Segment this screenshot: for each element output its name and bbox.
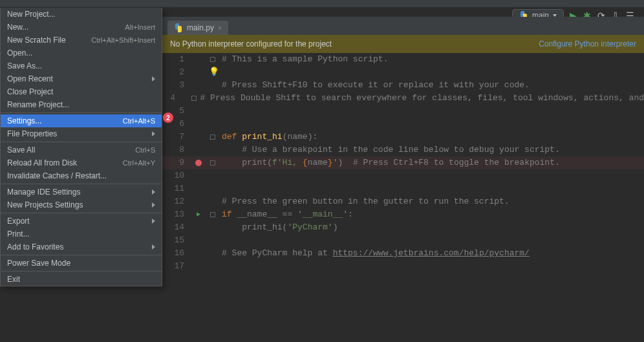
file-menu: New Project...New...Alt+InsertNew Scratc… (0, 8, 162, 286)
run-gutter-icon[interactable]: ▶ (191, 208, 206, 221)
source-text[interactable]: def print_hi(name): (222, 131, 317, 144)
fold-icon[interactable] (210, 160, 215, 166)
line-number[interactable]: 15 (162, 234, 191, 247)
breakpoint-icon[interactable] (195, 160, 202, 166)
menu-item-open-recent[interactable]: Open Recent (1, 72, 162, 85)
line-number[interactable]: 3 (162, 79, 191, 92)
source-text[interactable]: print_hi('PyCharm') (222, 221, 338, 234)
menu-item-new[interactable]: New...Alt+Insert (1, 21, 162, 34)
menu-item-open[interactable]: Open... (1, 47, 162, 59)
chevron-right-icon (152, 189, 155, 195)
code-line: 15 (162, 234, 644, 247)
menu-separator (1, 184, 162, 184)
menu-item-invalidate-caches-restart[interactable]: Invalidate Caches / Restart... (1, 169, 162, 182)
warning-text: No Python interpreter configured for the… (170, 39, 332, 48)
fold-icon[interactable] (191, 96, 197, 101)
fold-gutter[interactable] (191, 96, 200, 101)
fold-icon[interactable] (210, 57, 215, 62)
code-line: 4# Press Double Shift to search everywhe… (162, 92, 644, 105)
code-line: 11 (162, 182, 644, 195)
source-text[interactable]: # See PyCharm help at https://www.jetbra… (222, 247, 530, 260)
line-number[interactable]: 12 (162, 195, 191, 208)
line-number[interactable]: 17 (162, 260, 191, 273)
code-line: 5 (162, 105, 644, 118)
menu-separator (1, 255, 162, 255)
code-line: 2💡 (162, 66, 644, 79)
editor-tabs: main.py × (162, 17, 644, 35)
menu-item-close-project[interactable]: Close Project (1, 85, 162, 98)
line-number[interactable]: 13 (162, 208, 191, 221)
menu-item-save-as[interactable]: Save As... (1, 59, 162, 72)
menu-separator (1, 112, 162, 113)
line-number[interactable]: 14 (162, 221, 191, 234)
line-number[interactable]: 7 (162, 131, 191, 144)
menu-item-export[interactable]: Export (1, 215, 162, 228)
fold-gutter[interactable] (206, 57, 222, 62)
source-text[interactable]: # Press Double Shift to search everywher… (200, 92, 644, 105)
menu-item-label: New Project... (7, 10, 56, 19)
menu-item-exit[interactable]: Exit (1, 273, 162, 286)
menu-item-manage-ide-settings[interactable]: Manage IDE Settings (1, 186, 162, 198)
interpreter-warning: No Python interpreter configured for the… (162, 35, 644, 53)
code-line: 7def print_hi(name): (162, 131, 644, 144)
menu-item-shortcut: Ctrl+Alt+Shift+Insert (91, 36, 155, 44)
line-number[interactable]: 2 (162, 66, 191, 79)
menu-item-settings[interactable]: Settings...Ctrl+Alt+S (1, 114, 162, 127)
fold-icon[interactable] (210, 212, 215, 217)
menu-item-add-to-favorites[interactable]: Add to Favorites (1, 240, 162, 253)
close-icon[interactable]: × (218, 25, 222, 32)
menu-item-save-all[interactable]: Save AllCtrl+S (1, 144, 162, 156)
menu-item-reload-all-from-disk[interactable]: Reload All from DiskCtrl+Alt+Y (1, 156, 162, 169)
code-line: 1# This is a sample Python script. (162, 53, 644, 66)
menu-item-label: Open Recent (7, 74, 53, 83)
line-number[interactable]: 9 (162, 156, 191, 169)
tab-main-py[interactable]: main.py × (167, 21, 228, 35)
menu-item-label: Rename Project... (7, 100, 69, 109)
menu-item-label: Save As... (7, 61, 42, 70)
menu-item-file-properties[interactable]: File Properties (1, 127, 162, 140)
fold-gutter[interactable] (206, 134, 222, 140)
menu-item-label: Exit (7, 275, 20, 284)
menu-item-new-project[interactable]: New Project... (1, 8, 162, 21)
menu-item-label: Save All (7, 145, 35, 155)
chevron-right-icon (152, 131, 155, 136)
menu-item-print[interactable]: Print... (1, 228, 162, 240)
menu-item-label: Print... (7, 230, 30, 239)
editor-area: main.py × No Python interpreter configur… (162, 17, 644, 342)
source-text[interactable]: # Press the green button in the gutter t… (222, 195, 510, 208)
menu-item-new-scratch-file[interactable]: New Scratch FileCtrl+Alt+Shift+Insert (1, 34, 162, 47)
source-text[interactable]: # Use a breakpoint in the code line belo… (222, 144, 560, 156)
menu-item-new-projects-settings[interactable]: New Projects Settings (1, 198, 162, 211)
menu-item-label: Add to Favorites (7, 242, 63, 251)
fold-gutter[interactable] (206, 212, 222, 217)
line-number[interactable]: 11 (162, 182, 191, 195)
line-number[interactable]: 1 (162, 53, 191, 66)
configure-interpreter-link[interactable]: Configure Python interpreter (539, 39, 636, 48)
line-number[interactable]: 16 (162, 247, 191, 260)
menu-item-power-save-mode[interactable]: Power Save Mode (1, 257, 162, 270)
line-number[interactable]: 4 (162, 92, 182, 105)
menu-item-label: Settings... (7, 116, 41, 125)
breakpoint-gutter[interactable] (191, 160, 206, 166)
line-number[interactable]: 8 (162, 144, 191, 156)
source-text[interactable]: # This is a sample Python script. (222, 53, 388, 66)
chevron-right-icon (152, 76, 155, 81)
fold-gutter[interactable]: 💡 (206, 66, 222, 79)
intention-bulb-icon[interactable]: 💡 (209, 66, 219, 79)
menu-item-label: Manage IDE Settings (7, 187, 80, 197)
menu-item-label: Invalidate Caches / Restart... (7, 171, 107, 180)
fold-icon[interactable] (210, 134, 215, 140)
fold-gutter[interactable] (206, 160, 222, 166)
code-editor[interactable]: 1# This is a sample Python script.2💡3# P… (162, 53, 644, 342)
source-text[interactable]: if __name__ == '__main__': (222, 208, 353, 221)
python-icon (174, 23, 183, 32)
code-line: 13▶if __name__ == '__main__': (162, 208, 644, 221)
menu-item-label: Close Project (7, 87, 53, 96)
source-text[interactable]: print(f'Hi, {name}') # Press Ctrl+F8 to … (222, 156, 560, 169)
code-line: 9 print(f'Hi, {name}') # Press Ctrl+F8 t… (162, 156, 644, 169)
menu-item-rename-project[interactable]: Rename Project... (1, 98, 162, 111)
line-number[interactable]: 10 (162, 169, 191, 182)
chevron-right-icon (152, 202, 155, 208)
chevron-right-icon (152, 219, 155, 224)
source-text[interactable]: # Press Shift+F10 to execute it or repla… (222, 79, 530, 92)
